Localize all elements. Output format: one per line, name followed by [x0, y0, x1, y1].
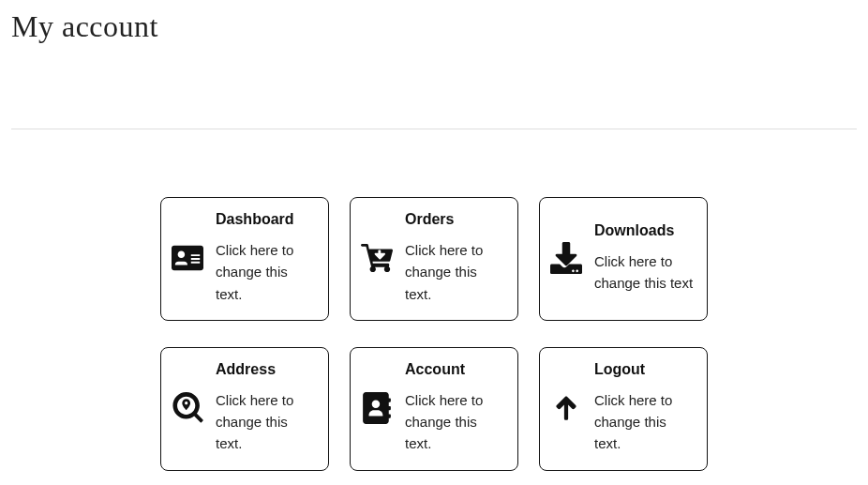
downloads-text: Click here to change this text [594, 250, 694, 295]
downloads-card[interactable]: Downloads Click here to change this text [539, 197, 708, 321]
cart-arrow-down-icon [360, 241, 394, 275]
dashboard-card[interactable]: Dashboard Click here to change this text… [160, 197, 329, 321]
account-title: Account [405, 361, 504, 378]
dashboard-text: Click here to change this text. [216, 239, 315, 305]
account-cards-grid: Dashboard Click here to change this text… [11, 197, 857, 471]
orders-text: Click here to change this text. [405, 239, 504, 305]
logout-card[interactable]: Logout Click here to change this text. [539, 347, 708, 471]
divider [11, 129, 857, 129]
arrow-up-icon [549, 391, 583, 425]
search-location-icon [171, 391, 204, 425]
downloads-title: Downloads [594, 222, 694, 239]
address-title: Address [216, 361, 315, 378]
page-title: My account [11, 9, 857, 44]
logout-title: Logout [594, 361, 694, 378]
logout-text: Click here to change this text. [594, 389, 694, 455]
address-card[interactable]: Address Click here to change this text. [160, 347, 329, 471]
account-card[interactable]: Account Click here to change this text. [350, 347, 518, 471]
account-text: Click here to change this text. [405, 389, 504, 455]
dashboard-title: Dashboard [216, 211, 315, 228]
address-book-icon [360, 391, 394, 425]
address-text: Click here to change this text. [216, 389, 315, 455]
download-icon [549, 241, 583, 275]
orders-title: Orders [405, 211, 504, 228]
id-card-icon [171, 241, 204, 275]
orders-card[interactable]: Orders Click here to change this text. [350, 197, 518, 321]
